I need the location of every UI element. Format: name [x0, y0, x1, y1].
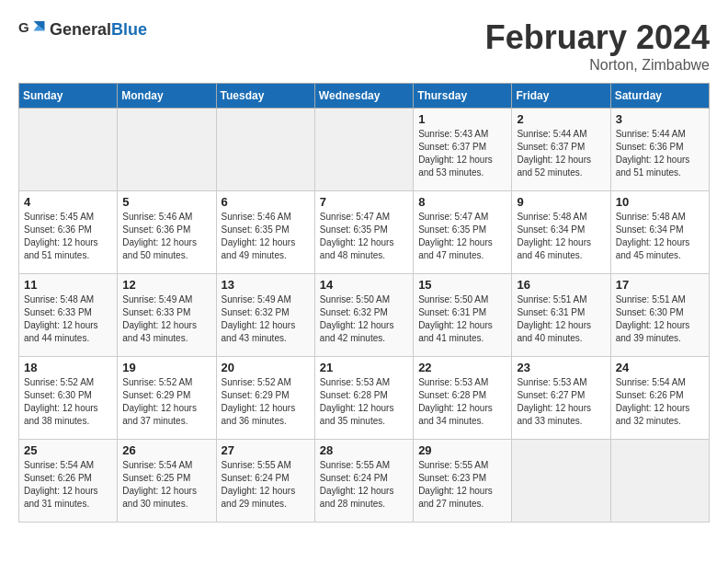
day-info: Sunrise: 5:50 AM Sunset: 6:31 PM Dayligh… [418, 293, 506, 345]
calendar-cell: 17Sunrise: 5:51 AM Sunset: 6:30 PM Dayli… [610, 274, 709, 357]
calendar-cell: 6Sunrise: 5:46 AM Sunset: 6:35 PM Daylig… [216, 191, 314, 274]
day-number: 22 [418, 361, 506, 374]
week-row-3: 11Sunrise: 5:48 AM Sunset: 6:33 PM Dayli… [19, 274, 710, 357]
week-row-5: 25Sunrise: 5:54 AM Sunset: 6:26 PM Dayli… [19, 440, 710, 523]
day-info: Sunrise: 5:46 AM Sunset: 6:36 PM Dayligh… [122, 211, 210, 262]
day-number: 19 [122, 361, 210, 374]
header-friday: Friday [512, 84, 610, 109]
day-info: Sunrise: 5:52 AM Sunset: 6:30 PM Dayligh… [24, 376, 112, 428]
calendar-header-row: SundayMondayTuesdayWednesdayThursdayFrid… [19, 84, 710, 109]
day-info: Sunrise: 5:48 AM Sunset: 6:33 PM Dayligh… [24, 293, 112, 345]
day-info: Sunrise: 5:55 AM Sunset: 6:24 PM Dayligh… [222, 459, 310, 511]
header-wednesday: Wednesday [314, 84, 413, 109]
calendar-cell: 18Sunrise: 5:52 AM Sunset: 6:30 PM Dayli… [19, 357, 118, 440]
day-info: Sunrise: 5:53 AM Sunset: 6:28 PM Dayligh… [320, 376, 408, 428]
day-info: Sunrise: 5:47 AM Sunset: 6:35 PM Dayligh… [418, 211, 506, 262]
calendar-table: SundayMondayTuesdayWednesdayThursdayFrid… [18, 83, 710, 523]
location-title: Norton, Zimbabwe [485, 57, 710, 74]
day-info: Sunrise: 5:52 AM Sunset: 6:29 PM Dayligh… [122, 376, 210, 428]
day-info: Sunrise: 5:54 AM Sunset: 6:26 PM Dayligh… [24, 459, 112, 511]
svg-text:G: G [18, 19, 29, 35]
day-number: 27 [222, 443, 310, 457]
day-info: Sunrise: 5:44 AM Sunset: 6:37 PM Dayligh… [517, 128, 605, 179]
day-info: Sunrise: 5:48 AM Sunset: 6:34 PM Dayligh… [616, 211, 704, 262]
day-info: Sunrise: 5:53 AM Sunset: 6:28 PM Dayligh… [418, 376, 506, 428]
calendar-cell: 12Sunrise: 5:49 AM Sunset: 6:33 PM Dayli… [118, 274, 216, 357]
calendar-cell: 9Sunrise: 5:48 AM Sunset: 6:34 PM Daylig… [512, 191, 610, 274]
calendar-cell: 15Sunrise: 5:50 AM Sunset: 6:31 PM Dayli… [414, 274, 512, 357]
header-sunday: Sunday [19, 84, 118, 109]
day-info: Sunrise: 5:52 AM Sunset: 6:29 PM Dayligh… [222, 376, 310, 428]
calendar-cell: 2Sunrise: 5:44 AM Sunset: 6:37 PM Daylig… [512, 109, 610, 191]
header-saturday: Saturday [610, 84, 709, 109]
day-number: 12 [122, 278, 210, 292]
day-number: 4 [24, 195, 112, 209]
calendar-cell [118, 109, 216, 191]
day-info: Sunrise: 5:51 AM Sunset: 6:31 PM Dayligh… [517, 293, 605, 345]
day-info: Sunrise: 5:48 AM Sunset: 6:34 PM Dayligh… [517, 211, 605, 262]
day-info: Sunrise: 5:53 AM Sunset: 6:27 PM Dayligh… [517, 376, 605, 428]
day-info: Sunrise: 5:44 AM Sunset: 6:36 PM Dayligh… [616, 128, 704, 179]
week-row-1: 1Sunrise: 5:43 AM Sunset: 6:37 PM Daylig… [19, 109, 710, 191]
month-title: February 2024 [485, 18, 710, 57]
calendar-cell [314, 109, 413, 191]
calendar-cell [512, 440, 610, 523]
day-number: 16 [517, 278, 605, 292]
calendar-cell: 28Sunrise: 5:55 AM Sunset: 6:24 PM Dayli… [314, 440, 413, 523]
day-number: 29 [418, 443, 506, 457]
calendar-cell: 27Sunrise: 5:55 AM Sunset: 6:24 PM Dayli… [216, 440, 314, 523]
day-number: 10 [616, 195, 704, 209]
day-info: Sunrise: 5:49 AM Sunset: 6:32 PM Dayligh… [222, 293, 310, 345]
day-number: 7 [320, 195, 408, 209]
day-number: 1 [418, 112, 506, 126]
calendar-cell: 20Sunrise: 5:52 AM Sunset: 6:29 PM Dayli… [216, 357, 314, 440]
day-info: Sunrise: 5:54 AM Sunset: 6:26 PM Dayligh… [616, 376, 704, 428]
calendar-cell: 3Sunrise: 5:44 AM Sunset: 6:36 PM Daylig… [610, 109, 709, 191]
calendar-cell: 14Sunrise: 5:50 AM Sunset: 6:32 PM Dayli… [314, 274, 413, 357]
logo-blue: Blue [111, 20, 147, 39]
day-info: Sunrise: 5:54 AM Sunset: 6:25 PM Dayligh… [122, 459, 210, 511]
day-info: Sunrise: 5:55 AM Sunset: 6:24 PM Dayligh… [320, 459, 408, 511]
day-number: 25 [24, 443, 112, 457]
calendar-cell [216, 109, 314, 191]
day-number: 3 [616, 112, 704, 126]
calendar-cell: 21Sunrise: 5:53 AM Sunset: 6:28 PM Dayli… [314, 357, 413, 440]
calendar-cell: 8Sunrise: 5:47 AM Sunset: 6:35 PM Daylig… [414, 191, 512, 274]
logo-icon: G [18, 18, 46, 40]
header-monday: Monday [118, 84, 216, 109]
day-number: 20 [222, 361, 310, 374]
calendar-cell: 26Sunrise: 5:54 AM Sunset: 6:25 PM Dayli… [118, 440, 216, 523]
calendar-cell: 19Sunrise: 5:52 AM Sunset: 6:29 PM Dayli… [118, 357, 216, 440]
day-number: 11 [24, 278, 112, 292]
logo-general: General [50, 20, 111, 39]
day-number: 8 [418, 195, 506, 209]
day-info: Sunrise: 5:51 AM Sunset: 6:30 PM Dayligh… [616, 293, 704, 345]
header: G GeneralBlue February 2024 Norton, Zimb… [18, 18, 710, 74]
day-number: 24 [616, 361, 704, 374]
day-number: 5 [122, 195, 210, 209]
calendar-cell: 24Sunrise: 5:54 AM Sunset: 6:26 PM Dayli… [610, 357, 709, 440]
day-number: 6 [222, 195, 310, 209]
day-number: 17 [616, 278, 704, 292]
day-number: 21 [320, 361, 408, 374]
day-number: 14 [320, 278, 408, 292]
calendar-cell: 29Sunrise: 5:55 AM Sunset: 6:23 PM Dayli… [414, 440, 512, 523]
header-tuesday: Tuesday [216, 84, 314, 109]
calendar-cell: 7Sunrise: 5:47 AM Sunset: 6:35 PM Daylig… [314, 191, 413, 274]
day-number: 23 [517, 361, 605, 374]
calendar-cell: 11Sunrise: 5:48 AM Sunset: 6:33 PM Dayli… [19, 274, 118, 357]
day-info: Sunrise: 5:49 AM Sunset: 6:33 PM Dayligh… [122, 293, 210, 345]
day-info: Sunrise: 5:45 AM Sunset: 6:36 PM Dayligh… [24, 211, 112, 262]
logo: G GeneralBlue [18, 18, 147, 40]
day-number: 28 [320, 443, 408, 457]
day-number: 2 [517, 112, 605, 126]
calendar-cell: 23Sunrise: 5:53 AM Sunset: 6:27 PM Dayli… [512, 357, 610, 440]
header-thursday: Thursday [414, 84, 512, 109]
week-row-2: 4Sunrise: 5:45 AM Sunset: 6:36 PM Daylig… [19, 191, 710, 274]
day-info: Sunrise: 5:50 AM Sunset: 6:32 PM Dayligh… [320, 293, 408, 345]
day-number: 13 [222, 278, 310, 292]
day-number: 18 [24, 361, 112, 374]
calendar-cell [19, 109, 118, 191]
calendar-cell: 13Sunrise: 5:49 AM Sunset: 6:32 PM Dayli… [216, 274, 314, 357]
calendar-cell: 1Sunrise: 5:43 AM Sunset: 6:37 PM Daylig… [414, 109, 512, 191]
